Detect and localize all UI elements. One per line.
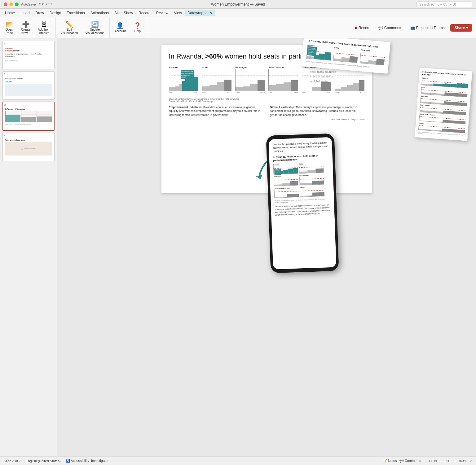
phone-chart-footer: Share of parliamentary seats in a single… bbox=[275, 198, 330, 204]
doc-mockup-2: In Rwanda, >60% women hold seats in parl… bbox=[415, 68, 472, 141]
doc2-chart-newzealand: New Zealand bbox=[420, 104, 466, 115]
bars-cuba bbox=[202, 69, 231, 91]
search-bar[interactable]: Search (Cmd + Ctrl + U) bbox=[416, 2, 472, 7]
share-label: Share bbox=[455, 26, 465, 30]
menu-home[interactable]: Home bbox=[2, 10, 17, 16]
update-viz-button[interactable]: 🔄 UpdateVisualizations bbox=[83, 20, 107, 36]
slide-image-4: Voter turnout affects power 📊 Map visual… bbox=[4, 138, 53, 160]
comments-icon: 💬 bbox=[378, 26, 383, 30]
create-new-icon: ➕ bbox=[22, 21, 30, 27]
slide-thumb-2[interactable]: 2 Globally, we can do better 26.8% bbox=[2, 71, 55, 100]
view-toggle-grid[interactable]: ⊟ bbox=[429, 459, 432, 463]
view-toggle-fit[interactable]: ⊠ bbox=[434, 459, 437, 463]
open-pane-icon: 📂 bbox=[6, 21, 13, 27]
present-teams-icon: 📺 bbox=[410, 26, 415, 30]
help-button[interactable]: ❓ Help bbox=[131, 21, 144, 34]
app-body: 1 Women Empowerment A presentation on gl… bbox=[0, 38, 476, 456]
chart-years-mexico: 19972022 bbox=[335, 91, 364, 94]
chart-years-uae: 19972022 bbox=[302, 91, 331, 94]
phone-body-text: Rwanda stands out as an exceptional case… bbox=[275, 204, 331, 217]
ribbon-group-viz: ✏️ EditVisualization 🔄 UpdateVisualizati… bbox=[56, 17, 110, 38]
slide-thumb-3[interactable]: 3 In Rwanda, >60% women... bbox=[2, 102, 55, 131]
slide-thumb-1[interactable]: 1 Women Empowerment A presentation on gl… bbox=[2, 41, 55, 69]
slide-image-1: Women Empowerment A presentation on glob… bbox=[4, 46, 53, 68]
bullet-2-title: Global Leadership: bbox=[270, 106, 295, 109]
menu-slideshow[interactable]: Slide Show bbox=[112, 10, 135, 16]
doc2-chart-nicaragua: Nicaragua bbox=[420, 95, 467, 106]
slide-thumb-4[interactable]: 4 Voter turnout affects power 📊 Map visu… bbox=[2, 133, 55, 161]
bars-newzealand bbox=[268, 69, 298, 91]
toolbar-icons: ⟲ ⟳ ↩ ↪ bbox=[38, 2, 52, 6]
share-chevron-icon: ▾ bbox=[466, 26, 468, 30]
menu-animations[interactable]: Animations bbox=[88, 10, 111, 16]
country-label-cuba: Cuba bbox=[202, 66, 231, 69]
bullet-1-title: Empowerment Initiatives: bbox=[169, 106, 203, 109]
country-label-newzealand: New Zealand bbox=[268, 66, 298, 69]
fifty-line-newzealand bbox=[269, 76, 298, 76]
slide-panel[interactable]: 1 Women Empowerment A presentation on gl… bbox=[0, 38, 57, 456]
create-new-button[interactable]: ➕ CreateNew... bbox=[19, 20, 33, 36]
bars-rwanda: Rwanda first saw over 50% women in parli… bbox=[169, 69, 198, 91]
chart-years-newzealand: 19972022 bbox=[268, 91, 298, 94]
record-button[interactable]: Record bbox=[352, 24, 373, 31]
comments-button[interactable]: 💬 Comments bbox=[376, 24, 404, 31]
chart-cuba: Cuba 19972022 bbox=[202, 66, 231, 94]
traffic-lights bbox=[4, 2, 19, 6]
chart-newzealand: New Zealand 19972022 bbox=[268, 66, 298, 94]
present-teams-button[interactable]: 📺 Present in Teams bbox=[408, 24, 447, 31]
chart-nicaragua: Nicaragua 19972022 bbox=[235, 66, 265, 94]
close-button[interactable] bbox=[4, 2, 7, 6]
bullet-empowerment: Empowerment Initiatives: Rwanda's contin… bbox=[169, 105, 264, 117]
fifty-line-nicaragua bbox=[236, 76, 265, 76]
account-button[interactable]: 👤 Account bbox=[112, 21, 128, 34]
menu-record[interactable]: Record bbox=[136, 10, 153, 16]
present-teams-label: Present in Teams bbox=[416, 26, 445, 30]
record-dot bbox=[355, 27, 357, 29]
menu-view[interactable]: View bbox=[171, 10, 184, 16]
chart-years-rwanda: 19972022 bbox=[169, 91, 198, 94]
share-button[interactable]: Share ▾ bbox=[450, 24, 472, 32]
zoom-slider[interactable]: ——⊙—— bbox=[439, 459, 456, 463]
menu-review[interactable]: Review bbox=[154, 10, 171, 16]
menu-datawrapper[interactable]: Datawrapper ∨ bbox=[185, 10, 215, 16]
update-viz-icon: 🔄 bbox=[91, 21, 99, 27]
menu-insert[interactable]: Insert bbox=[18, 10, 32, 16]
menu-transitions[interactable]: Transitions bbox=[64, 10, 87, 16]
help-icon: ❓ bbox=[134, 23, 141, 29]
autosave-label: AutoSave bbox=[21, 2, 36, 6]
add-from-archive-button[interactable]: 🗄 Add fromArchive bbox=[35, 20, 53, 36]
doc2-charts: Rwanda Cuba bbox=[418, 77, 469, 133]
doc2-title: In Rwanda, >60% women hold seats in parl… bbox=[422, 71, 469, 79]
archive-icon: 🗄 bbox=[41, 21, 47, 27]
open-pane-button[interactable]: 📂 OpenPane bbox=[2, 20, 16, 36]
slide-number-2: 2 bbox=[4, 73, 53, 76]
slide-number-3: 3 bbox=[4, 103, 53, 107]
chart-rwanda: Rwanda Rwanda first saw over 50% women i… bbox=[169, 66, 198, 94]
main-canvas: In Rwanda, >60% women hold seats in parl… bbox=[57, 38, 476, 456]
edit-viz-button[interactable]: ✏️ EditVisualization bbox=[58, 20, 81, 36]
slide-image-3: In Rwanda, >60% women... bbox=[4, 107, 53, 129]
notes-button[interactable]: 📝 Notes bbox=[383, 459, 397, 463]
status-bar: Slide 3 of 7 English (United States) ♿ A… bbox=[0, 456, 476, 465]
minimize-button[interactable] bbox=[9, 2, 13, 6]
account-icon: 👤 bbox=[116, 23, 124, 29]
comments-status-icon: 💬 bbox=[399, 459, 404, 463]
view-toggle-normal[interactable]: ⊞ bbox=[424, 459, 426, 463]
fit-window-button[interactable]: ⤢ bbox=[469, 459, 472, 463]
maximize-button[interactable] bbox=[15, 2, 19, 6]
doc2-chart-cuba: Cuba bbox=[421, 86, 468, 97]
country-label-nicaragua: Nicaragua bbox=[235, 66, 265, 69]
accessibility-icon: ♿ bbox=[66, 459, 70, 463]
status-right: 📝 Notes 💬 Comments ⊞ ⊟ ⊠ ——⊙—— 103% ⤢ bbox=[383, 459, 472, 463]
slide-bullets: Empowerment Initiatives: Rwanda's contin… bbox=[169, 105, 365, 117]
comments-status-button[interactable]: 💬 Comments bbox=[399, 459, 421, 463]
menu-draw[interactable]: Draw bbox=[33, 10, 46, 16]
doc2-footer: Share of parliamentary seats in a single… bbox=[418, 131, 465, 137]
zoom-level: 103% bbox=[458, 459, 467, 463]
menu-design[interactable]: Design bbox=[47, 10, 64, 16]
rwanda-annotation: Rwanda first saw over 50% women in parli… bbox=[181, 70, 194, 79]
title-bar: AutoSave ⟲ ⟳ ↩ ↪ Women Empowerment — Sav… bbox=[0, 0, 476, 9]
slide-image-2: Globally, we can do better 26.8% bbox=[4, 77, 53, 98]
accessibility-label: ♿ Accessibility: Investigate bbox=[66, 459, 108, 463]
menu-bar: Home Insert Draw Design Transitions Anim… bbox=[0, 9, 476, 17]
